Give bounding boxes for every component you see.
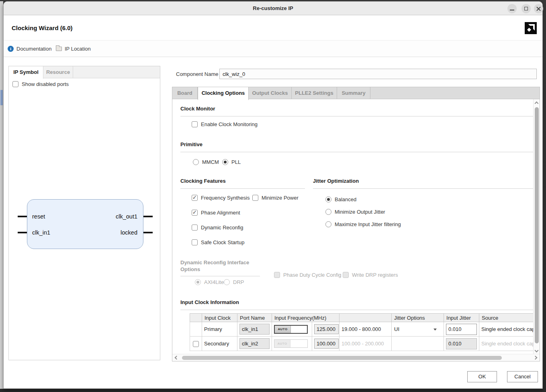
primary-jitter-options-dropdown[interactable]: UI [394, 326, 442, 332]
drp-radio [224, 279, 230, 285]
primitive-heading: Primitive [180, 141, 202, 147]
ip-symbol-diagram [27, 199, 143, 249]
tab-plle2-settings[interactable]: PLLE2 Settings [292, 87, 337, 99]
tab-output-clocks[interactable]: Output Clocks [249, 87, 292, 99]
primary-auto-toggle[interactable]: AUTO [274, 325, 308, 334]
dialog-toolbar: i Documentation IP Location [4, 41, 542, 57]
axi4lite-radio [195, 279, 201, 285]
jitter-optimization-heading: Jitter Optimization [313, 178, 359, 184]
horizontal-scrollbar[interactable] [172, 354, 540, 361]
scroll-left-icon[interactable] [175, 356, 179, 360]
header-input-frequency: Input Frequency(MHz) [272, 314, 339, 322]
maximize-input-jitter-option: Maximize Input Jitter filtering [325, 221, 401, 227]
secondary-auto-toggle: AUTO [274, 339, 308, 348]
maximize-icon [524, 7, 528, 10]
port-label-locked: locked [121, 229, 137, 236]
primary-range-cell: 19.000 - 800.000 [339, 322, 392, 337]
scroll-right-icon[interactable] [534, 356, 538, 360]
enable-clock-monitoring-checkbox[interactable] [192, 121, 198, 127]
header-jitter-options: Jitter Options [392, 314, 444, 322]
background-window-scroll-thumb [0, 90, 3, 105]
tab-board[interactable]: Board [172, 87, 198, 99]
ip-symbol-panel: IP Symbol Resource Show disabled ports r… [8, 66, 160, 360]
secondary-clock-cell: Secondary [202, 337, 237, 351]
vertical-scroll-thumb[interactable] [535, 107, 539, 343]
documentation-button[interactable]: i Documentation [8, 41, 51, 57]
safe-clock-startup-checkbox[interactable] [192, 239, 198, 245]
ok-button[interactable]: OK [467, 371, 497, 382]
background-window-scroll-track [0, 1, 3, 389]
primary-clock-cell: Primary [202, 322, 237, 337]
primary-port-field[interactable]: clk_in1 [239, 324, 270, 335]
secondary-range-cell: 100.000 - 200.000 [339, 337, 392, 351]
port-label-clk-out1: clk_out1 [116, 213, 137, 220]
primitive-mmcm-option: MMCM [193, 159, 219, 165]
minimize-button[interactable] [507, 4, 517, 13]
minimize-output-jitter-radio[interactable] [325, 209, 331, 215]
header-source: Source [479, 314, 534, 322]
phase-duty-cycle-config-checkbox [274, 272, 280, 278]
scroll-down-icon[interactable] [535, 349, 539, 353]
cancel-button[interactable]: Cancel [507, 371, 538, 382]
balanced-radio[interactable] [325, 196, 331, 202]
port-stub-locked [143, 232, 153, 233]
ip-location-button[interactable]: IP Location [56, 41, 91, 57]
drp-option: DRP [224, 279, 244, 285]
component-name-label: Component Name [176, 71, 219, 77]
dialog-titlebar[interactable]: Re-customize IP [4, 2, 542, 15]
balanced-option: Balanced [325, 196, 356, 202]
mmcm-radio[interactable] [193, 159, 199, 165]
minimize-output-jitter-option: Minimize Output Jitter [325, 209, 385, 215]
dynamic-reconfig-checkbox[interactable] [192, 225, 198, 231]
recustomize-ip-dialog: Re-customize IP Clocking Wizard (6.0) i … [3, 1, 543, 389]
close-button[interactable] [534, 4, 543, 13]
section-divider [180, 276, 260, 276]
header-input-jitter: Input Jitter [444, 314, 479, 322]
secondary-input-jitter-field: 0.010 [446, 338, 477, 349]
primary-source-cell: Single ended clock capa [479, 322, 534, 337]
table-row-secondary: Secondary clk_in2 AUTO 100.000 100.000 -… [190, 337, 534, 351]
show-disabled-ports-checkbox[interactable] [12, 81, 18, 87]
left-panel-tabbar: IP Symbol Resource [9, 66, 160, 78]
primary-frequency-cell: 125.000 [312, 322, 339, 337]
minimize-power-row: Minimize Power [252, 195, 299, 201]
secondary-frequency-cell: 100.000 [312, 337, 339, 351]
tab-clocking-options[interactable]: Clocking Options [198, 87, 249, 100]
phase-alignment-row: Phase Alignment [192, 210, 240, 216]
section-divider [313, 188, 533, 189]
phase-duty-cycle-config-row: Phase Duty Cycle Config [274, 272, 342, 278]
secondary-jitter-options-cell [392, 337, 444, 351]
tab-ip-symbol[interactable]: IP Symbol [9, 66, 43, 79]
scroll-up-icon[interactable] [535, 102, 539, 106]
header-frequency-range [339, 314, 392, 322]
tab-resource[interactable]: Resource [43, 66, 73, 78]
tab-summary[interactable]: Summary [337, 87, 370, 99]
vertical-scrollbar[interactable] [533, 99, 540, 355]
header-input-clock: Input Clock [202, 314, 237, 322]
documentation-label: Documentation [16, 46, 51, 52]
maximize-button[interactable] [521, 4, 531, 13]
phase-alignment-checkbox[interactable] [192, 210, 198, 216]
maximize-input-jitter-radio[interactable] [325, 221, 331, 227]
header-select [190, 314, 202, 322]
primary-input-jitter-field[interactable]: 0.010 [446, 324, 477, 335]
safe-clock-startup-row: Safe Clock Startup [192, 239, 244, 245]
horizontal-scroll-thumb[interactable] [182, 356, 502, 360]
port-stub-clk-in1 [18, 232, 27, 233]
port-label-clk-in1: clk_in1 [32, 229, 50, 236]
minimize-power-checkbox[interactable] [252, 195, 258, 201]
clocking-options-panel: Clock Monitor Enable Clock Monitoring Pr… [172, 99, 540, 361]
frequency-synthesis-checkbox[interactable] [192, 195, 198, 201]
component-name-input[interactable] [219, 69, 537, 79]
secondary-enable-checkbox[interactable] [193, 341, 199, 347]
input-clock-information-heading: Input Clock Information [180, 299, 239, 305]
pll-radio[interactable] [222, 159, 228, 165]
primitive-pll-option: PLL [222, 159, 241, 165]
table-header-row: Input Clock Port Name Input Frequency(MH… [190, 314, 534, 322]
axi4lite-option: AXI4Lite [195, 279, 224, 285]
primary-input-jitter-cell: 0.010 [444, 322, 479, 337]
show-disabled-ports-label: Show disabled ports [22, 81, 69, 87]
section-divider [180, 188, 305, 189]
clock-monitor-heading: Clock Monitor [180, 106, 215, 112]
primary-frequency-field[interactable]: 125.000 [314, 324, 339, 334]
